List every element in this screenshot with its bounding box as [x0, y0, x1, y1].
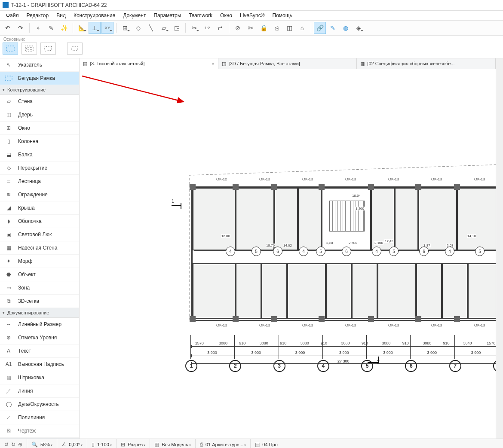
cube-button[interactable]: ◳ — [171, 22, 183, 34]
tool-rail[interactable]: ≋Ограждение — [0, 188, 79, 201]
trim-button[interactable]: ✂ — [188, 22, 200, 34]
marquee-poly-button[interactable] — [21, 43, 37, 55]
tool-level[interactable]: ⊕Отметка Уровня — [0, 331, 79, 344]
fit-next-icon[interactable]: ↻ — [11, 442, 15, 448]
edit-button[interactable]: ✎ — [327, 22, 339, 34]
tool-column[interactable]: ▯Колонна — [0, 135, 79, 148]
document-area: ▤ [3. Типовой этаж четный] × ◳ [3D / Бег… — [80, 58, 496, 439]
tool-curtain[interactable]: ▦Навесная Стена — [0, 241, 79, 255]
layer-button[interactable]: ◍ — [340, 22, 352, 34]
fit-prev-icon[interactable]: ↺ — [4, 442, 9, 448]
tool-mesh[interactable]: ⧉3D-сетка — [0, 295, 79, 308]
menu-livesync[interactable]: LiveSync® — [236, 12, 268, 19]
undo-button[interactable]: ↶ — [2, 22, 14, 34]
pick-button[interactable]: ⌖ — [32, 22, 44, 34]
lock-button[interactable]: 🔒 — [258, 22, 270, 34]
window-icon: ⊞ — [4, 124, 13, 132]
tool-slab[interactable]: ◇Перекрытие — [0, 162, 79, 175]
menu-document[interactable]: Документ — [120, 12, 149, 19]
drawing-canvas[interactable]: 16,00 18,76 14,02 17,49 3,87 2,03 14,10 … — [80, 69, 496, 439]
app-logo — [3, 2, 9, 8]
menu-editor[interactable]: Редактор — [23, 12, 52, 19]
zoom-value[interactable]: 58% — [40, 442, 52, 447]
marquee-rot-button[interactable] — [40, 43, 56, 55]
tool-stair[interactable]: ≣Лестница — [0, 175, 79, 188]
menu-file[interactable]: Файл — [3, 12, 22, 19]
tool-morph[interactable]: ✦Морф — [0, 255, 79, 268]
tool-wall[interactable]: ▱Стена — [0, 95, 79, 108]
tool-object[interactable]: ⬣Объект — [0, 268, 79, 281]
beam-icon: ⬓ — [4, 151, 13, 158]
tool-label[interactable]: A1Выносная Надпись — [0, 358, 79, 371]
home-button[interactable]: ⌂ — [296, 22, 308, 34]
tool-poly[interactable]: ⟋Полилиния — [0, 411, 79, 424]
tool-roof[interactable]: ◢Крыша — [0, 201, 79, 215]
view-value[interactable]: Разрез — [128, 442, 145, 447]
guide-button[interactable]: ╲ — [145, 22, 157, 34]
snap-xy-button[interactable]: XY — [101, 22, 113, 34]
close-icon[interactable]: × — [212, 61, 214, 66]
cut-button[interactable]: ✄ — [245, 22, 257, 34]
tool-beam[interactable]: ⬓Балка — [0, 148, 79, 162]
snap-point-button[interactable]: ◇ — [132, 22, 144, 34]
plane-button[interactable]: ▱ — [158, 22, 170, 34]
menu-help[interactable]: Помощь — [269, 12, 296, 19]
tool-door[interactable]: ◫Дверь — [0, 108, 79, 122]
suspend-button[interactable]: ⊘ — [232, 22, 244, 34]
stair-icon: ≣ — [4, 177, 13, 185]
eyedrop-button[interactable]: ✎ — [45, 22, 57, 34]
roof-icon: ◢ — [4, 204, 13, 212]
tool-marquee[interactable]: Бегущая Рамка — [0, 72, 79, 85]
wall-icon: ▱ — [4, 98, 13, 105]
right-value[interactable]: 04 Про — [262, 442, 277, 447]
tool-line[interactable]: ／Линия — [0, 384, 79, 398]
tab-floorplan[interactable]: ▤ [3. Типовой этаж четный] × — [80, 58, 218, 69]
snap-perp-button[interactable]: ⊥ — [89, 22, 101, 34]
line-icon: ／ — [4, 387, 13, 395]
measure-button[interactable]: 1:2 — [201, 22, 213, 34]
menu-teamwork[interactable]: Teamwork — [185, 12, 216, 19]
redo-button[interactable]: ↷ — [15, 22, 27, 34]
link-button[interactable]: 🔗 — [314, 22, 326, 34]
offset-button[interactable]: ⇄ — [214, 22, 226, 34]
zoom-icon[interactable]: 🔍 — [31, 442, 38, 448]
scale-value[interactable]: 1:100 — [97, 442, 112, 447]
magic-button[interactable]: ✨ — [58, 22, 70, 34]
show-button[interactable]: ◈ — [353, 22, 365, 34]
attrib-button[interactable]: ⎘ — [270, 22, 282, 34]
tool-zone[interactable]: ▭Зона — [0, 281, 79, 295]
box-button[interactable]: ◫ — [283, 22, 295, 34]
layer-value[interactable]: 01 Архитектурн... — [205, 442, 246, 447]
tool-dim[interactable]: ↔Линейный Размер — [0, 318, 79, 331]
vertical-scrollbar[interactable] — [496, 58, 503, 439]
grid-button[interactable]: ⊞ — [119, 22, 131, 34]
menu-bar: Файл Редактор Вид Конструирование Докуме… — [0, 11, 503, 20]
angle-value[interactable]: 0,00° — [69, 442, 83, 447]
tab-schedule[interactable]: ▦ [02 Спецификация сборных железобе... — [357, 58, 496, 69]
tool-text[interactable]: AТекст — [0, 344, 79, 358]
tool-window[interactable]: ⊞Окно — [0, 122, 79, 135]
tool-pointer[interactable]: ↖ Указатель — [0, 58, 79, 72]
shell-icon: ◗ — [4, 217, 13, 225]
group-construction[interactable]: Конструирование — [0, 85, 79, 95]
marquee-single-button[interactable] — [67, 43, 83, 55]
svg-rect-4 — [72, 47, 78, 50]
tool-hatch[interactable]: ▨Штриховка — [0, 371, 79, 384]
menu-view[interactable]: Вид — [53, 12, 69, 19]
menu-construct[interactable]: Конструирование — [70, 12, 119, 19]
menu-parameters[interactable]: Параметры — [150, 12, 184, 19]
svg-rect-2 — [27, 47, 32, 50]
tool-arc[interactable]: ◯Дуга/Окружность — [0, 398, 79, 411]
title-bar: T-12-1 - GRAPHISOFT ARCHICAD-64 22 — [0, 0, 503, 11]
tab-3d[interactable]: ◳ [3D / Бегущая Рамка, Все этажи] — [218, 58, 357, 69]
tool-drawing[interactable]: ⎘Чертеж — [0, 424, 79, 438]
model-value[interactable]: Вся Модель — [162, 442, 191, 447]
marquee-rect-button[interactable] — [3, 43, 18, 55]
zoom-fit-icon[interactable]: ⊕ — [18, 442, 22, 448]
ruler-button[interactable]: 📐 — [76, 22, 88, 34]
group-documentation[interactable]: Документирование — [0, 308, 79, 318]
tool-shell[interactable]: ◗Оболочка — [0, 215, 79, 228]
tool-skylight[interactable]: ▣Световой Люк — [0, 228, 79, 241]
menu-window[interactable]: Окно — [217, 12, 236, 19]
group-misc[interactable]: Разное▸ — [0, 438, 79, 439]
